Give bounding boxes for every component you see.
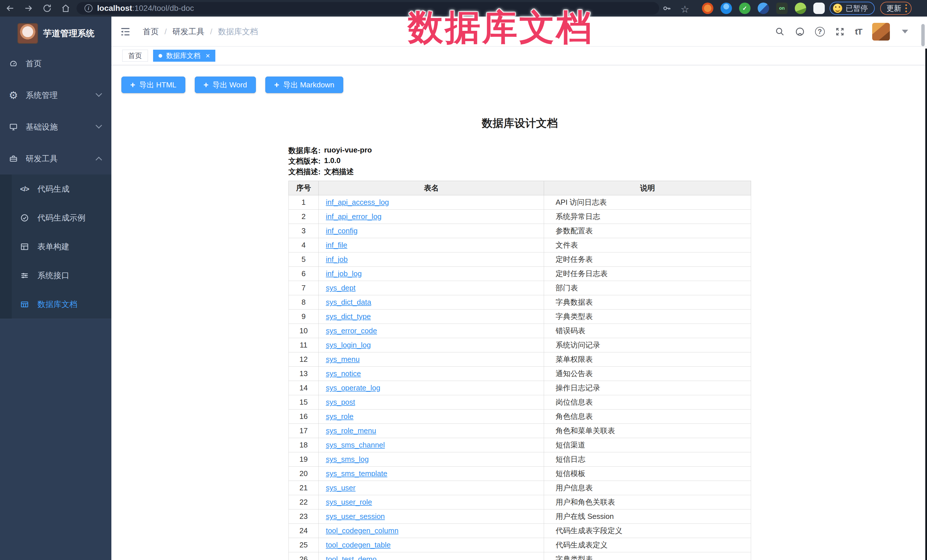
- url-text[interactable]: localhost:1024/tool/db-doc: [97, 4, 194, 13]
- help-icon[interactable]: ?: [815, 27, 825, 36]
- row-index: 10: [289, 324, 319, 338]
- row-index: 11: [289, 338, 319, 352]
- fullscreen-icon[interactable]: [835, 27, 845, 36]
- tag-数据库文档[interactable]: 数据库文档×: [153, 50, 215, 62]
- info-value: 1.0.0: [324, 156, 341, 167]
- collapse-sidebar-icon[interactable]: [120, 26, 131, 37]
- table-name-link[interactable]: sys_user_role: [326, 498, 372, 506]
- table-name-link[interactable]: tool_codegen_column: [326, 526, 398, 535]
- close-icon[interactable]: ×: [206, 52, 210, 59]
- tag-label: 数据库文档: [166, 51, 201, 60]
- table-name-link[interactable]: sys_user_session: [326, 512, 385, 521]
- column-header: 表名: [318, 181, 544, 195]
- extension-icon-3[interactable]: ✓: [739, 3, 751, 14]
- row-index: 19: [289, 452, 319, 467]
- table-name-link[interactable]: sys_role_menu: [326, 426, 376, 435]
- extensions-puzzle-icon[interactable]: [813, 3, 825, 14]
- browser-home-icon[interactable]: [61, 3, 70, 13]
- table-name-cell: sys_dict_data: [318, 295, 544, 310]
- table-name-link[interactable]: tool_codegen_table: [326, 540, 391, 549]
- sidebar-subitem-数据库文档[interactable]: 数据库文档: [0, 290, 111, 319]
- table-name-link[interactable]: sys_sms_template: [326, 469, 387, 478]
- table-name-link[interactable]: inf_job: [326, 255, 348, 264]
- table-description: 通知公告表: [544, 367, 751, 381]
- table-name-cell: sys_post: [318, 395, 544, 410]
- info-row: 文档描述:文档描述: [289, 167, 372, 178]
- site-info-icon[interactable]: i: [85, 4, 93, 12]
- info-label: 文档描述:: [289, 167, 321, 178]
- document-title: 数据库设计文档: [289, 116, 751, 131]
- sidebar-item-首页[interactable]: 首页: [0, 48, 111, 79]
- browser-reload-icon[interactable]: [42, 3, 52, 13]
- user-avatar[interactable]: [872, 23, 890, 41]
- extension-icon-on[interactable]: on: [776, 3, 788, 14]
- breadcrumb-tools[interactable]: 研发工具: [172, 26, 205, 37]
- table-name-link[interactable]: sys_post: [326, 398, 355, 406]
- table-name-link[interactable]: sys_operate_log: [326, 384, 380, 392]
- table-name-cell: inf_job: [318, 252, 544, 267]
- browser-forward-icon[interactable]: [24, 3, 33, 13]
- chevron-down-icon[interactable]: [902, 30, 908, 33]
- table-name-link[interactable]: sys_sms_log: [326, 455, 369, 463]
- tag-首页[interactable]: 首页: [122, 50, 148, 62]
- page-scrollbar-thumb[interactable]: [921, 24, 925, 46]
- table-name-link[interactable]: inf_config: [326, 226, 357, 235]
- table-row: 15sys_post岗位信息表: [289, 395, 751, 410]
- table-name-link[interactable]: inf_file: [326, 241, 347, 249]
- sidebar-item-基础设施[interactable]: 基础设施: [0, 111, 111, 143]
- export-button-导出 Word[interactable]: +导出 Word: [195, 76, 256, 93]
- table-name-link[interactable]: inf_job_log: [326, 269, 362, 278]
- table-name-cell: sys_role_menu: [318, 424, 544, 438]
- table-name-link[interactable]: sys_sms_channel: [326, 441, 385, 449]
- breadcrumb-separator: /: [210, 27, 213, 36]
- browser-back-icon[interactable]: [5, 3, 15, 13]
- font-size-icon[interactable]: tT: [855, 27, 862, 36]
- extension-icon-1[interactable]: [702, 3, 713, 14]
- extension-icon-4[interactable]: [758, 3, 769, 14]
- sidebar-subitem-代码生成示例[interactable]: 代码生成示例: [0, 203, 111, 232]
- extension-icon-5[interactable]: [795, 3, 806, 14]
- breadcrumb-home[interactable]: 首页: [143, 26, 159, 37]
- column-header: 序号: [289, 181, 319, 195]
- browser-update-button[interactable]: 更新: [880, 2, 912, 15]
- table-name-link[interactable]: sys_dict_type: [326, 312, 371, 321]
- table-name-link[interactable]: sys_dict_data: [326, 298, 371, 307]
- sidebar-subitem-表单构建[interactable]: 表单构建: [0, 232, 111, 261]
- export-button-导出 HTML[interactable]: +导出 HTML: [122, 76, 185, 93]
- table-name-link[interactable]: sys_login_log: [326, 341, 371, 349]
- table-name-link[interactable]: inf_api_access_log: [326, 198, 389, 206]
- table-name-link[interactable]: sys_menu: [326, 355, 360, 364]
- sidebar-item-系统管理[interactable]: ⚙系统管理: [0, 79, 111, 111]
- github-icon[interactable]: [795, 27, 805, 36]
- sidebar-subitem-label: 系统接口: [37, 270, 69, 281]
- extension-icon-2[interactable]: [720, 3, 732, 14]
- browser-menu-icon[interactable]: [905, 4, 907, 12]
- info-row: 文档版本:1.0.0: [289, 156, 372, 167]
- sidebar-subitem-代码生成[interactable]: </>代码生成: [0, 175, 111, 203]
- export-button-导出 Markdown[interactable]: +导出 Markdown: [265, 76, 343, 93]
- sidebar-subitem-系统接口[interactable]: 系统接口: [0, 261, 111, 290]
- right-edge-scrollbar-track: [925, 49, 927, 560]
- row-index: 21: [289, 481, 319, 495]
- table-row: 24tool_codegen_column代码生成表字段定义: [289, 524, 751, 538]
- app-logo-row[interactable]: 芋道管理系统: [0, 23, 111, 44]
- paused-extension-badge[interactable]: 已暂停: [830, 2, 875, 15]
- table-name-cell: sys_user_role: [318, 495, 544, 510]
- table-name-link[interactable]: sys_dept: [326, 284, 356, 292]
- table-name-link[interactable]: sys_role: [326, 412, 354, 420]
- breadcrumb: 首页 / 研发工具 / 数据库文档: [143, 17, 258, 47]
- table-name-link[interactable]: sys_user: [326, 484, 356, 492]
- row-index: 24: [289, 524, 319, 538]
- table-name-link[interactable]: sys_error_code: [326, 326, 377, 335]
- bookmark-star-icon[interactable]: ☆: [681, 3, 689, 15]
- table-name-link[interactable]: inf_api_error_log: [326, 212, 381, 221]
- row-index: 13: [289, 367, 319, 381]
- table-name-link[interactable]: tool_test_demo: [326, 555, 377, 560]
- row-index: 7: [289, 281, 319, 295]
- search-icon[interactable]: [775, 27, 785, 36]
- sidebar-item-研发工具[interactable]: 研发工具: [0, 143, 111, 175]
- table-description: 字典类型表: [544, 552, 751, 560]
- table-name-link[interactable]: sys_notice: [326, 369, 361, 378]
- row-index: 9: [289, 310, 319, 324]
- password-key-icon[interactable]: [662, 3, 672, 13]
